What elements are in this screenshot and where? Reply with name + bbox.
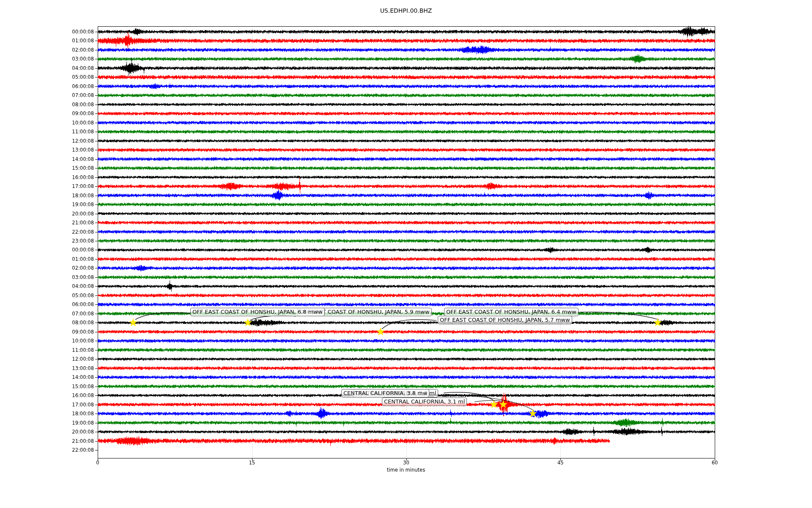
y-tick-label: 06:00:08 <box>55 83 94 89</box>
y-tick-label: 13:00:08 <box>55 365 94 371</box>
y-tick-label: 05:00:08 <box>55 293 94 298</box>
event-label: OFF EAST COAST OF HONSHU, JAPAN, 5.7 mww <box>438 316 572 324</box>
y-tick-label: 13:00:08 <box>55 147 94 153</box>
y-tick-label: 02:00:08 <box>55 47 94 53</box>
y-tick-label: 23:00:08 <box>55 238 94 244</box>
y-tick-label: 22:00:08 <box>55 447 94 453</box>
y-tick-label: 01:00:08 <box>55 256 94 262</box>
y-tick-label: 00:00:08 <box>55 29 94 35</box>
y-tick-label: 18:00:08 <box>55 193 94 199</box>
y-tick-label: 04:00:08 <box>55 65 94 71</box>
x-tick-label: 60 <box>712 460 718 466</box>
y-tick-label: 05:00:08 <box>55 74 94 80</box>
x-axis-label: time in minutes <box>368 467 444 473</box>
y-tick-label: 20:00:08 <box>55 211 94 217</box>
x-tick-label: 0 <box>96 460 99 466</box>
y-tick-label: 15:00:08 <box>55 384 94 389</box>
y-tick-label: 10:00:08 <box>55 338 94 344</box>
y-tick-label: 04:00:08 <box>55 283 94 289</box>
y-tick-label: 15:00:08 <box>55 165 94 171</box>
figure: US.EDHPI.00.BHZ time in minutes 00:00:08… <box>0 0 812 508</box>
event-label: CENTRAL CALIFORNIA, 3.8 mw <box>341 389 429 398</box>
y-tick-label: 21:00:08 <box>55 438 94 444</box>
y-tick-label: 11:00:08 <box>55 347 94 353</box>
y-tick-label: 08:00:08 <box>55 320 94 326</box>
y-tick-label: 16:00:08 <box>55 392 94 398</box>
seismogram-canvas <box>0 0 812 508</box>
event-label: CENTRAL CALIFORNIA, 3.1 ml <box>382 398 467 406</box>
y-tick-label: 07:00:08 <box>55 92 94 98</box>
y-tick-label: 09:00:08 <box>55 329 94 335</box>
y-tick-label: 14:00:08 <box>55 374 94 380</box>
y-tick-label: 03:00:08 <box>55 56 94 62</box>
y-tick-label: 12:00:08 <box>55 356 94 362</box>
y-tick-label: 00:00:08 <box>55 247 94 253</box>
y-tick-label: 21:00:08 <box>55 220 94 226</box>
y-tick-label: 07:00:08 <box>55 311 94 317</box>
y-tick-label: 16:00:08 <box>55 174 94 180</box>
y-tick-label: 10:00:08 <box>55 120 94 126</box>
x-tick-label: 30 <box>403 460 409 466</box>
x-tick-label: 15 <box>249 460 255 466</box>
event-label: OFF EAST COAST OF HONSHU, JAPAN, 6.8 mww <box>190 308 325 316</box>
y-tick-label: 12:00:08 <box>55 138 94 144</box>
y-tick-label: 18:00:08 <box>55 411 94 417</box>
y-tick-label: 11:00:08 <box>55 129 94 135</box>
y-tick-label: 02:00:08 <box>55 265 94 271</box>
y-tick-label: 17:00:08 <box>55 183 94 189</box>
y-tick-label: 22:00:08 <box>55 229 94 235</box>
y-tick-label: 14:00:08 <box>55 156 94 162</box>
x-tick-label: 45 <box>557 460 564 466</box>
chart-title: US.EDHPI.00.BHZ <box>0 7 812 14</box>
y-tick-label: 03:00:08 <box>55 274 94 280</box>
y-tick-label: 19:00:08 <box>55 420 94 426</box>
event-label: OFF EAST COAST OF HONSHU, JAPAN, 6.4 mww <box>444 308 579 316</box>
y-tick-label: 06:00:08 <box>55 301 94 307</box>
y-tick-label: 17:00:08 <box>55 402 94 408</box>
y-tick-label: 19:00:08 <box>55 202 94 207</box>
y-tick-label: 09:00:08 <box>55 110 94 116</box>
y-tick-label: 08:00:08 <box>55 102 94 108</box>
y-tick-label: 01:00:08 <box>55 38 94 44</box>
y-tick-label: 20:00:08 <box>55 429 94 435</box>
